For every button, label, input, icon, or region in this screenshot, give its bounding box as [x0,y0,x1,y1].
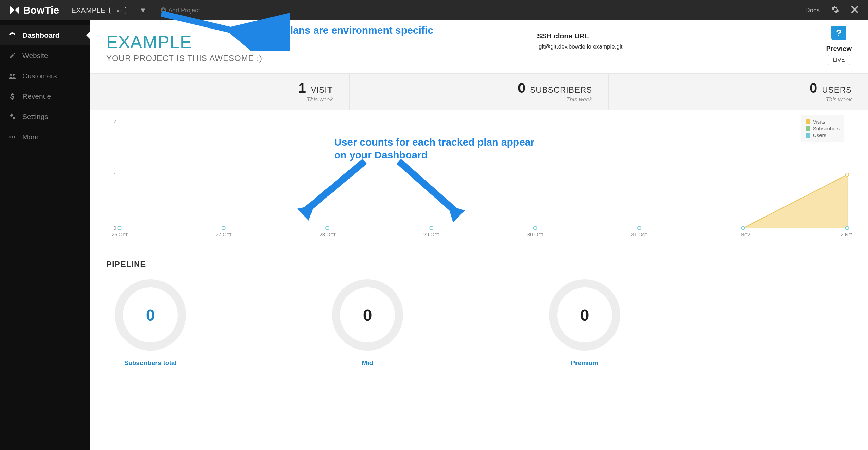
sidebar-item-label: Customers [22,72,57,80]
sidebar: Dashboard Website Customers Revenue Sett… [0,20,90,450]
donut-value: 0 [549,279,620,351]
stat-value: 0 [518,80,525,96]
svg-point-15 [741,226,745,230]
svg-point-3 [12,136,13,138]
env-badge: Live [109,7,126,14]
brand-text: BowTie [23,4,59,16]
gauge-icon [8,31,16,39]
stat-sub: This week [826,96,852,103]
users-icon [8,72,16,80]
ssh-block: SSH clone URL [537,32,700,54]
legend-users: Users [813,132,826,138]
project-name: EXAMPLE [71,6,106,14]
preview-block: ? Preview LIVE [826,26,852,65]
stat-label: VISIT [311,85,333,95]
pipeline-section: PIPELINE 0 Subscribers total 0 Mid 0 Pre… [90,250,868,376]
docs-link[interactable]: Docs [805,6,820,14]
line-chart: 01226 Oct27 Oct28 Oct29 Oct30 Oct31 Oct1… [106,118,852,240]
svg-text:2 Nov: 2 Nov [841,231,852,237]
sidebar-item-more[interactable]: More [0,127,90,147]
dollar-icon [8,92,16,100]
close-icon[interactable] [851,6,858,15]
svg-text:27 Oct: 27 Oct [215,231,231,237]
page-subtitle: YOUR PROJECT IS THIS AWESOME :) [106,54,262,63]
swatch-subscribers-icon [806,126,810,131]
stats-bar: 1 VISIT This week 0 SUBSCRIBERS This wee… [90,73,868,110]
plus-circle-icon [160,7,166,13]
pipeline-item-mid[interactable]: 0 Mid [323,279,412,367]
sidebar-item-label: Revenue [22,92,51,100]
stat-value: 0 [810,80,817,96]
legend-subscribers: Subscribers [813,126,840,131]
donut-label: Premium [571,359,598,367]
svg-point-17 [846,173,849,176]
sidebar-item-label: More [22,133,39,141]
svg-text:28 Oct: 28 Oct [319,231,335,237]
ellipsis-icon [8,133,16,141]
stat-visits: 1 VISIT This week [90,74,350,110]
svg-point-11 [326,226,329,230]
sidebar-item-label: Settings [22,113,48,121]
stat-sub: This week [566,96,592,103]
pipeline-heading: PIPELINE [106,260,852,269]
add-project-label: Add Project [168,7,200,14]
bowtie-icon [10,6,20,15]
page-title: EXAMPLE [106,32,262,52]
svg-point-12 [430,226,433,230]
pipeline-item-premium[interactable]: 0 Premium [541,279,629,367]
svg-text:26 Oct: 26 Oct [112,231,128,237]
sidebar-item-label: Dashboard [22,31,60,39]
svg-point-4 [14,136,15,138]
add-project-button[interactable]: Add Project [160,7,200,14]
svg-point-16 [846,226,849,230]
svg-point-10 [222,226,225,230]
stat-label: SUBSCRIBERS [530,85,592,95]
donut-value: 0 [115,279,186,351]
preview-live-button[interactable]: LIVE [828,55,850,65]
svg-text:29 Oct: 29 Oct [423,231,439,237]
sidebar-item-revenue[interactable]: Revenue [0,86,90,107]
svg-point-14 [638,226,641,230]
ssh-label: SSH clone URL [537,32,700,40]
sidebar-item-website[interactable]: Website [0,45,90,66]
svg-text:0: 0 [113,225,116,231]
stat-label: USERS [822,85,852,95]
donut-label: Subscribers total [124,359,176,367]
svg-text:1: 1 [113,172,116,177]
edit-icon [8,52,16,60]
svg-point-2 [9,136,11,138]
pipeline-item-subscribers[interactable]: 0 Subscribers total [106,279,194,367]
sidebar-item-settings[interactable]: Settings [0,107,90,127]
svg-point-13 [534,226,537,230]
svg-point-9 [118,226,121,230]
sidebar-item-customers[interactable]: Customers [0,66,90,86]
stat-users: 0 USERS This week [609,74,868,110]
donut-value: 0 [332,279,403,351]
svg-text:31 Oct: 31 Oct [631,231,647,237]
header-block: EXAMPLE YOUR PROJECT IS THIS AWESOME :) … [90,20,868,73]
preview-label: Preview [826,45,852,53]
topbar: BowTie EXAMPLE Live ▼ Add Project Docs [0,0,868,20]
svg-text:1 Nov: 1 Nov [737,231,750,237]
legend-visits: Visits [813,119,825,125]
stat-sub: This week [307,96,333,103]
cogs-icon [8,113,16,121]
project-selector[interactable]: EXAMPLE Live ▼ [71,6,147,14]
swatch-visits-icon [806,119,810,124]
ssh-input[interactable] [537,40,700,54]
swatch-users-icon [806,133,810,138]
stat-subscribers: 0 SUBSCRIBERS This week [350,74,609,110]
svg-text:30 Oct: 30 Oct [527,231,543,237]
sidebar-item-label: Website [22,52,48,60]
gear-icon[interactable] [831,5,839,15]
help-button[interactable]: ? [831,26,846,40]
sidebar-item-dashboard[interactable]: Dashboard [0,25,90,45]
chart-area: Visits Subscribers Users 01226 Oct27 Oct… [90,110,868,246]
chart-legend: Visits Subscribers Users [801,115,844,142]
svg-text:2: 2 [113,118,116,124]
brand-logo[interactable]: BowTie [10,4,59,16]
donut-label: Mid [362,359,373,367]
stat-value: 1 [298,80,306,96]
content: EXAMPLE YOUR PROJECT IS THIS AWESOME :) … [90,20,868,450]
caret-down-icon: ▼ [139,6,147,14]
